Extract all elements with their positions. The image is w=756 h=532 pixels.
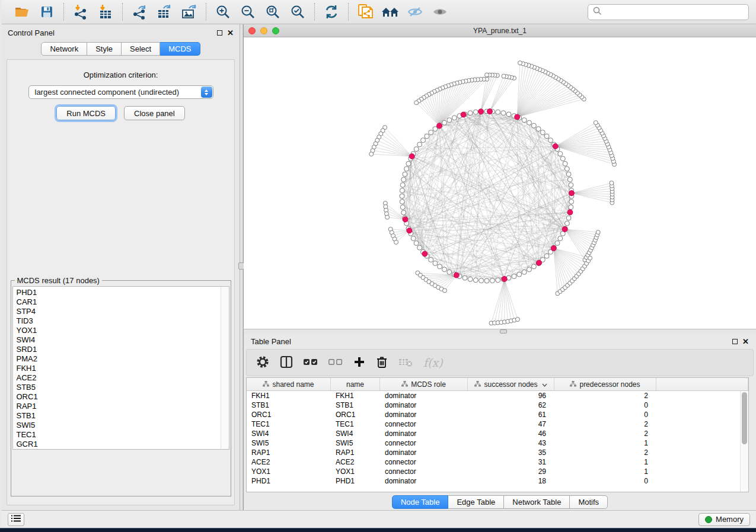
run-mcds-button[interactable]: Run MCDS: [56, 106, 116, 120]
graph-node[interactable]: [442, 120, 447, 125]
graph-node[interactable]: [421, 138, 426, 143]
graph-node[interactable]: [400, 188, 404, 193]
graph-node[interactable]: [512, 274, 516, 278]
mcds-result-item[interactable]: YOX1: [17, 326, 229, 335]
graph-node[interactable]: [433, 261, 438, 265]
float-panel-icon[interactable]: [217, 30, 222, 36]
tab-style[interactable]: Style: [87, 42, 122, 56]
import-network-button[interactable]: [70, 2, 91, 21]
table-row[interactable]: TEC1TEC1connector472: [247, 419, 748, 429]
zoom-out-button[interactable]: [237, 2, 259, 21]
mcds-result-item[interactable]: PHD1: [17, 288, 229, 297]
graph-dominator-node[interactable]: [407, 228, 412, 233]
table-row[interactable]: YOX1YOX1connector291: [247, 467, 748, 476]
table-row[interactable]: RAP1RAP1dominator352: [247, 448, 748, 457]
close-panel-button[interactable]: Close panel: [124, 106, 185, 120]
graph-leaf-node[interactable]: [385, 215, 390, 219]
tab-network[interactable]: Network: [41, 42, 87, 56]
network-search-box[interactable]: [588, 4, 749, 20]
table-row[interactable]: ACE2ACE2connector311: [247, 457, 748, 467]
mcds-result-item[interactable]: STP4: [17, 307, 229, 316]
graph-node[interactable]: [473, 278, 478, 283]
graph-leaf-node[interactable]: [515, 318, 519, 322]
graph-node[interactable]: [522, 118, 527, 123]
table-row[interactable]: SWI4SWI4dominator462: [247, 429, 748, 438]
optimization-dropdown[interactable]: largest connected component (undirected): [28, 85, 213, 99]
graph-node[interactable]: [429, 258, 433, 262]
graph-leaf-node[interactable]: [414, 101, 419, 105]
graph-node[interactable]: [417, 142, 422, 147]
show-all-button[interactable]: [429, 2, 451, 21]
graph-dominator-node[interactable]: [403, 217, 408, 222]
graph-node[interactable]: [567, 177, 572, 182]
list-scrollbar[interactable]: [221, 287, 229, 449]
copy-network-button[interactable]: [355, 2, 376, 21]
mcds-result-item[interactable]: RAP1: [17, 402, 229, 411]
graph-leaf-node[interactable]: [596, 230, 600, 235]
column-header-MCDS-role[interactable]: MCDS role: [380, 378, 468, 390]
column-visibility-button[interactable]: [280, 355, 293, 370]
graph-node[interactable]: [531, 123, 536, 128]
export-table-button[interactable]: [154, 2, 175, 21]
graph-node[interactable]: [527, 267, 532, 272]
graph-leaf-node[interactable]: [369, 152, 374, 156]
mcds-result-item[interactable]: SWI4: [17, 335, 229, 345]
graph-node[interactable]: [401, 210, 406, 215]
graph-dominator-node[interactable]: [479, 109, 484, 114]
graph-dominator-node[interactable]: [437, 123, 442, 129]
hide-selected-button[interactable]: [404, 2, 426, 21]
graph-node[interactable]: [560, 156, 565, 161]
graph-dominator-node[interactable]: [569, 191, 574, 196]
graph-dominator-node[interactable]: [502, 276, 507, 281]
mcds-result-item[interactable]: SRD1: [17, 345, 229, 354]
graph-node[interactable]: [544, 134, 549, 139]
float-panel-icon[interactable]: [732, 339, 738, 344]
graph-leaf-node[interactable]: [443, 289, 447, 293]
search-input[interactable]: [605, 8, 744, 17]
mcds-result-item[interactable]: GCR1: [17, 440, 229, 449]
zoom-fit-button[interactable]: [262, 2, 283, 21]
graph-node[interactable]: [473, 110, 478, 114]
graph-dominator-node[interactable]: [553, 143, 558, 149]
graph-node[interactable]: [429, 130, 433, 135]
graph-node[interactable]: [566, 172, 571, 177]
graph-node[interactable]: [400, 199, 404, 204]
graph-node[interactable]: [484, 278, 489, 283]
graph-node[interactable]: [404, 166, 409, 171]
graph-node[interactable]: [401, 177, 406, 182]
delete-column-button[interactable]: [376, 355, 388, 370]
column-header-predecessor-nodes[interactable]: predecessor nodes: [554, 378, 656, 390]
deselect-all-button[interactable]: [328, 358, 343, 368]
graph-dominator-node[interactable]: [551, 246, 556, 251]
mcds-result-item[interactable]: CAR1: [17, 297, 229, 307]
import-table-button[interactable]: [95, 2, 116, 21]
graph-node[interactable]: [564, 221, 569, 226]
mcds-result-item[interactable]: TID3: [17, 316, 229, 326]
delete-table-button[interactable]: [398, 357, 413, 369]
graph-node[interactable]: [400, 205, 405, 210]
tab-mcds[interactable]: MCDS: [160, 42, 200, 56]
graph-node[interactable]: [558, 152, 563, 156]
table-scrollbar-thumb[interactable]: [742, 392, 747, 444]
graph-node[interactable]: [522, 270, 527, 274]
graph-node[interactable]: [438, 264, 442, 269]
graph-leaf-node[interactable]: [594, 121, 598, 125]
graph-node[interactable]: [536, 127, 541, 132]
zoom-selected-button[interactable]: [287, 2, 308, 21]
graph-node[interactable]: [564, 166, 569, 171]
vertical-splitter[interactable]: [240, 24, 243, 510]
graph-dominator-node[interactable]: [422, 251, 428, 257]
table-row[interactable]: ORC1ORC1dominator610: [247, 410, 748, 419]
table-settings-button[interactable]: [256, 355, 269, 370]
mcds-result-item[interactable]: PMA2: [17, 354, 229, 364]
equation-builder-button[interactable]: f(x): [423, 356, 443, 369]
mcds-result-item[interactable]: FKH1: [17, 364, 229, 373]
graph-leaf-node[interactable]: [610, 181, 614, 185]
graph-node[interactable]: [501, 111, 506, 116]
graph-node[interactable]: [544, 254, 549, 258]
open-file-button[interactable]: [11, 2, 33, 21]
table-tab-node-table[interactable]: Node Table: [392, 495, 449, 509]
graph-node[interactable]: [414, 147, 419, 152]
mcds-result-item[interactable]: STB5: [17, 383, 229, 392]
graph-dominator-node[interactable]: [461, 112, 466, 117]
